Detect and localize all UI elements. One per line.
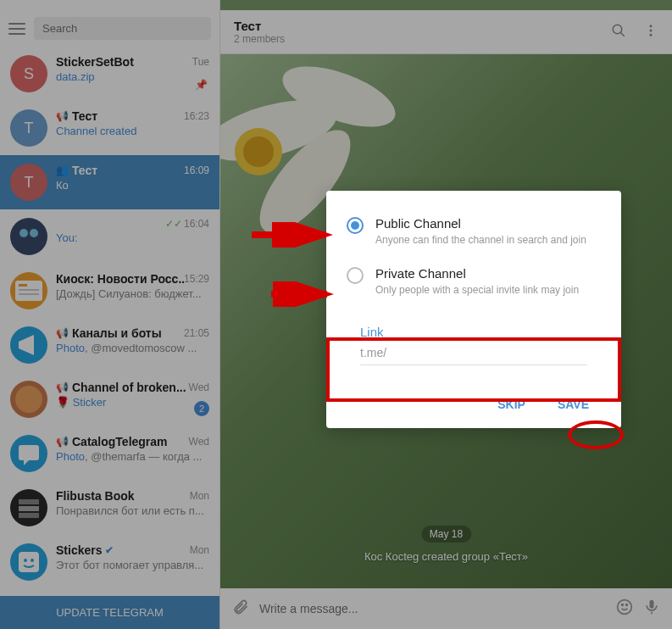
public-channel-desc: Anyone can find the channel in search an… <box>375 234 586 246</box>
save-button[interactable]: SAVE <box>546 391 601 418</box>
public-channel-label: Public Channel <box>375 216 586 231</box>
private-channel-option[interactable]: Private Channel Only people with a speci… <box>347 266 601 296</box>
annotation-arrow-public <box>252 222 336 248</box>
radio-selected-icon[interactable] <box>347 217 364 234</box>
skip-button[interactable]: SKIP <box>486 391 537 418</box>
link-input[interactable]: t.me/ <box>360 346 587 365</box>
radio-unselected-icon[interactable] <box>347 267 364 284</box>
link-section: Link t.me/ <box>347 316 601 376</box>
private-channel-desc: Only people with a special invite link m… <box>375 284 579 296</box>
annotation-arrow-private <box>271 281 337 307</box>
channel-type-dialog: Public Channel Anyone can find the chann… <box>326 191 621 428</box>
public-channel-option[interactable]: Public Channel Anyone can find the chann… <box>347 216 601 246</box>
link-label: Link <box>360 325 587 339</box>
private-channel-label: Private Channel <box>375 266 579 281</box>
